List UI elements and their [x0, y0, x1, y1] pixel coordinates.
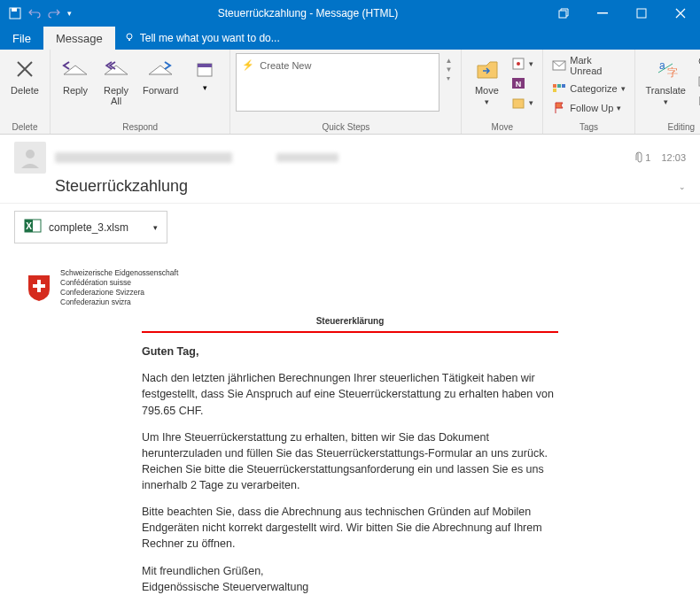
excel-icon: X — [24, 217, 42, 237]
body-paragraph-3: Bitte beachten Sie, dass die Abrechnung … — [142, 504, 558, 552]
translate-button[interactable]: a字 Translate▾ — [641, 53, 691, 109]
reply-all-button[interactable]: Reply All — [97, 53, 136, 108]
rules-icon — [511, 57, 525, 71]
svg-rect-6 — [128, 39, 130, 41]
actions-icon — [511, 96, 525, 110]
meeting-icon — [191, 55, 219, 83]
reply-button[interactable]: Reply — [56, 53, 95, 97]
svg-rect-18 — [553, 89, 556, 92]
reply-icon — [61, 55, 89, 83]
maximize-button[interactable] — [622, 0, 661, 27]
attachment-dropdown-icon[interactable]: ▾ — [153, 223, 158, 232]
svg-rect-3 — [597, 12, 608, 14]
sender-avatar — [14, 142, 46, 174]
gallery-up-icon[interactable]: ▲ — [441, 57, 455, 65]
forward-button[interactable]: Forward — [137, 53, 183, 97]
tell-me-label: Tell me what you want to do... — [140, 32, 280, 44]
onenote-button[interactable]: N — [508, 74, 537, 92]
message-time: 12:03 — [661, 152, 686, 163]
flag-icon — [552, 101, 566, 115]
group-editing-label: Editing — [641, 120, 700, 132]
categorize-icon — [552, 81, 566, 96]
delete-icon — [11, 55, 39, 83]
svg-rect-29 — [33, 284, 45, 288]
respond-more-button[interactable]: ▾ — [185, 53, 224, 94]
body-paragraph-1: Nach den letzten jährlichen Berechnungen… — [142, 370, 558, 418]
lightning-icon: ⚡ — [242, 59, 254, 71]
mark-unread-button[interactable]: Mark Unread — [548, 53, 628, 78]
confederation-text: Schweizerische Eidgenossenschaft Confédé… — [60, 268, 178, 307]
gallery-more-icon[interactable]: ▾ — [441, 74, 455, 82]
search-icon — [696, 55, 700, 69]
group-delete-label: Delete — [5, 120, 44, 132]
group-respond-label: Respond — [56, 120, 224, 132]
attachment-chip[interactable]: X complete_3.xlsm ▾ — [14, 211, 167, 243]
recipient-address — [276, 153, 338, 162]
svg-rect-17 — [562, 84, 565, 88]
undo-icon[interactable] — [28, 7, 41, 19]
redo-icon[interactable] — [48, 7, 60, 19]
sender-address — [55, 152, 232, 163]
svg-rect-13 — [513, 99, 524, 108]
attachment-name: complete_3.xlsm — [49, 221, 128, 234]
tab-file[interactable]: File — [0, 27, 43, 50]
group-move-label: Move — [467, 120, 537, 132]
message-body: Schweizerische Eidgenossenschaft Confédé… — [0, 251, 700, 595]
tab-message[interactable]: Message — [43, 27, 115, 50]
envelope-icon — [552, 58, 566, 73]
forward-icon — [146, 55, 175, 83]
svg-point-10 — [517, 62, 520, 66]
window-title: Steuerrückzahlung - Message (HTML) — [72, 7, 544, 19]
message-header: 1 12:03 Steuerrückzahlung ⌄ — [0, 135, 700, 204]
related-icon — [696, 74, 700, 89]
rules-button[interactable]: ▾ — [508, 55, 537, 73]
minimize-button[interactable] — [583, 0, 622, 27]
tell-me-search[interactable]: Tell me what you want to do... — [115, 32, 289, 45]
collapse-header-icon[interactable]: ⌄ — [679, 177, 686, 193]
lightbulb-icon — [124, 32, 135, 45]
svg-point-5 — [127, 34, 132, 39]
find-button[interactable]: ▾ — [693, 53, 700, 71]
select-button[interactable]: ▾ — [693, 92, 700, 110]
window-restore-up-icon[interactable] — [544, 0, 583, 27]
message-subject: Steuerrückzahlung — [55, 177, 188, 196]
move-button[interactable]: Move ▾ — [467, 53, 506, 109]
svg-point-24 — [26, 150, 35, 158]
translate-icon: a字 — [651, 55, 680, 83]
svg-rect-2 — [559, 11, 566, 18]
quick-steps-gallery[interactable]: ⚡ Create New — [236, 53, 439, 112]
move-icon — [472, 55, 501, 83]
ribbon: Delete Delete Reply Reply All Forward ▾ — [0, 50, 700, 135]
save-icon[interactable] — [9, 7, 21, 19]
svg-text:X: X — [26, 221, 32, 231]
group-tags-label: Tags — [548, 120, 628, 132]
reply-all-icon — [102, 55, 130, 83]
chevron-down-icon: ▾ — [203, 83, 207, 92]
signature: Mit freundlichen Grüßen,Eidgenössische S… — [142, 563, 558, 595]
swiss-shield-icon — [27, 274, 51, 302]
svg-text:字: 字 — [667, 66, 678, 79]
group-quicksteps-label: Quick Steps — [236, 120, 455, 132]
svg-rect-1 — [12, 8, 17, 12]
svg-rect-15 — [553, 84, 556, 88]
svg-rect-16 — [557, 84, 561, 88]
titlebar: ▾ Steuerrückzahlung - Message (HTML) — [0, 0, 700, 27]
divider-top — [142, 331, 558, 333]
svg-rect-4 — [637, 9, 646, 18]
svg-rect-8 — [198, 64, 212, 67]
document-title: Steuererklärung — [27, 316, 673, 326]
close-button[interactable] — [661, 0, 700, 27]
categorize-button[interactable]: Categorize ▾ — [548, 80, 628, 97]
menubar: File Message Tell me what you want to do… — [0, 27, 700, 50]
greeting: Guten Tag, — [142, 344, 558, 359]
delete-button[interactable]: Delete — [5, 53, 44, 97]
svg-text:N: N — [516, 80, 522, 89]
paperclip-icon — [633, 151, 643, 164]
cursor-icon — [696, 94, 700, 108]
related-button[interactable]: ▾ — [693, 73, 700, 90]
quick-step-create-new[interactable]: ⚡ Create New — [240, 58, 435, 73]
follow-up-button[interactable]: Follow Up ▾ — [548, 99, 628, 117]
gallery-down-icon[interactable]: ▼ — [441, 66, 455, 73]
attachment-indicator: 1 — [633, 151, 650, 164]
actions-button[interactable]: ▾ — [508, 94, 537, 112]
